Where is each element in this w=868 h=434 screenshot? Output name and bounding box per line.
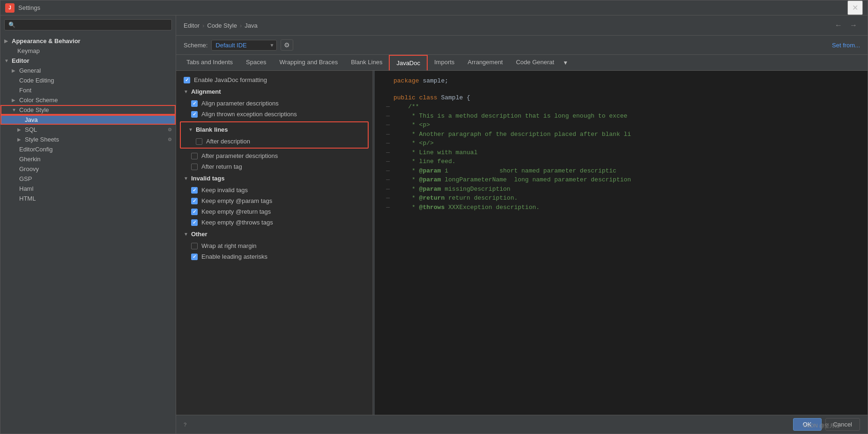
arrow-icon: ▶	[4, 38, 10, 44]
sidebar-item-gherkin[interactable]: Gherkin	[0, 154, 176, 164]
ss-badge: ⚙	[168, 137, 172, 142]
leading-asterisks-item[interactable]: Enable leading asterisks	[176, 251, 372, 262]
enable-javadoc-item[interactable]: Enable JavaDoc formatting	[176, 75, 372, 85]
code-text: * @throws XXXException description.	[393, 203, 540, 212]
keep-empty-throws-checkbox[interactable]	[191, 219, 198, 226]
sidebar-item-font[interactable]: Font	[0, 85, 176, 95]
after-description-checkbox[interactable]	[196, 138, 202, 145]
tab-javadoc[interactable]: JavaDoc	[389, 55, 428, 71]
blank-lines-section-name: Blank lines	[196, 126, 228, 133]
wrap-margin-checkbox[interactable]	[191, 243, 198, 249]
bottom-bar: ? OK Cancel	[176, 415, 868, 434]
sidebar-item-groovy[interactable]: Groovy	[0, 164, 176, 174]
keep-invalid-item[interactable]: Keep invalid tags	[176, 185, 372, 195]
wrap-margin-item[interactable]: Wrap at right margin	[176, 240, 372, 251]
align-param-item[interactable]: Align parameter descriptions	[176, 98, 372, 109]
sidebar-item-general[interactable]: ▶ General	[0, 66, 176, 75]
sidebar-item-code-style[interactable]: ▼ Code Style	[0, 105, 176, 115]
sidebar-item-java[interactable]: Java	[0, 115, 176, 125]
code-text: * Line with manual	[393, 148, 477, 157]
after-return-item[interactable]: After return tag	[176, 161, 372, 172]
after-param-checkbox[interactable]	[191, 153, 198, 159]
leading-asterisks-checkbox[interactable]	[191, 254, 198, 260]
tab-code-generation[interactable]: Code Generat	[509, 55, 561, 70]
tab-tabs-indents[interactable]: Tabs and Indents	[180, 55, 239, 70]
sidebar-item-color-scheme[interactable]: ▶ Color Scheme	[0, 95, 176, 105]
sidebar-item-code-editing[interactable]: Code Editing	[0, 75, 176, 85]
keep-invalid-checkbox[interactable]	[191, 187, 198, 194]
code-text: public class Sample {	[393, 93, 470, 103]
keep-invalid-label: Keep invalid tags	[201, 187, 248, 194]
after-param-label: After parameter descriptions	[201, 152, 278, 159]
close-button[interactable]: ✕	[847, 0, 863, 15]
alignment-arrow-icon: ▼	[184, 89, 188, 94]
back-button[interactable]: ←	[832, 20, 845, 30]
tab-spaces[interactable]: Spaces	[239, 55, 273, 70]
scheme-label: Scheme:	[184, 42, 208, 49]
alignment-section-name: Alignment	[191, 88, 221, 95]
alignment-section-title[interactable]: ▼ Alignment	[176, 85, 372, 98]
sidebar-item-label: Java	[25, 116, 37, 123]
line-number: —	[380, 102, 390, 112]
sidebar-item-stylesheets[interactable]: ▶ Style Sheets ⚙	[0, 135, 176, 144]
tab-arrangement[interactable]: Arrangement	[461, 55, 509, 70]
content-area: Enable JavaDoc formatting ▼ Alignment Al…	[176, 71, 868, 415]
sidebar-item-keymap[interactable]: Keymap	[0, 46, 176, 56]
arrow-icon: ▼	[4, 58, 10, 63]
search-input[interactable]	[18, 22, 168, 28]
set-from-link[interactable]: Set from...	[832, 42, 860, 49]
keep-empty-throws-item[interactable]: Keep empty @throws tags	[176, 217, 372, 228]
sidebar-item-editorconfig[interactable]: EditorConfig	[0, 144, 176, 154]
tab-blank-lines[interactable]: Blank Lines	[344, 55, 389, 70]
sidebar-item-appearance[interactable]: ▶ Appearance & Behavior	[0, 36, 176, 46]
code-text: * line feed.	[393, 157, 456, 166]
align-thrown-item[interactable]: Align thrown exception descriptions	[176, 109, 372, 120]
sidebar-item-label: Gherkin	[19, 156, 41, 163]
right-panel: Editor › Code Style › Java ← → Scheme: D…	[176, 15, 868, 434]
breadcrumb: Editor › Code Style › Java ← →	[176, 15, 868, 36]
scheme-gear-button[interactable]: ⚙	[281, 39, 293, 51]
search-box[interactable]: 🔍	[4, 19, 172, 30]
breadcrumb-sep1: ›	[202, 22, 204, 29]
sidebar-item-label: Appearance & Behavior	[12, 37, 81, 45]
breadcrumb-code-style: Code Style	[207, 22, 237, 29]
code-line: — * <p/>	[380, 139, 862, 148]
other-section-title[interactable]: ▼ Other	[176, 228, 372, 240]
tab-imports[interactable]: Imports	[428, 55, 461, 70]
keep-empty-param-item[interactable]: Keep empty @param tags	[176, 195, 372, 206]
enable-javadoc-label: Enable JavaDoc formatting	[194, 76, 267, 83]
scheme-select[interactable]: Default IDE	[211, 40, 277, 51]
line-number: —	[380, 185, 390, 194]
sidebar-item-label: GSP	[19, 175, 32, 182]
tabs-more-button[interactable]: ▼	[561, 56, 570, 70]
sidebar-item-gsp[interactable]: GSP	[0, 174, 176, 184]
code-text: * @param missingDescription	[393, 185, 511, 194]
keep-empty-return-item[interactable]: Keep empty @return tags	[176, 206, 372, 217]
app-icon: J	[5, 3, 15, 13]
align-param-checkbox[interactable]	[191, 100, 198, 107]
sidebar-item-haml[interactable]: Haml	[0, 184, 176, 194]
line-number: —	[380, 194, 390, 203]
keep-empty-return-checkbox[interactable]	[191, 209, 198, 215]
after-param-item[interactable]: After parameter descriptions	[176, 150, 372, 161]
scheme-select-wrapper[interactable]: Default IDE	[211, 40, 277, 51]
sidebar-item-html[interactable]: HTML	[0, 194, 176, 203]
align-thrown-checkbox[interactable]	[191, 111, 198, 118]
tab-wrapping[interactable]: Wrapping and Braces	[273, 55, 344, 70]
after-return-checkbox[interactable]	[191, 164, 198, 170]
code-preview: package sample; public class Sample { — …	[375, 71, 868, 415]
keep-empty-param-checkbox[interactable]	[191, 198, 198, 204]
settings-window: J Settings ✕ 🔍 ▶ Appearance & Behavior K…	[0, 0, 868, 434]
sidebar-item-editor[interactable]: ▼ Editor	[0, 56, 176, 66]
line-number: —	[380, 130, 390, 139]
sidebar-item-label: Code Editing	[19, 77, 54, 84]
align-param-label: Align parameter descriptions	[201, 100, 279, 107]
sidebar-item-sql[interactable]: ▶ SQL ⚙	[0, 125, 176, 135]
forward-button[interactable]: →	[847, 20, 860, 30]
help-icon[interactable]: ?	[184, 422, 186, 427]
enable-javadoc-checkbox[interactable]	[184, 77, 190, 83]
invalid-tags-section-title[interactable]: ▼ Invalid tags	[176, 172, 372, 185]
after-description-item[interactable]: After description	[181, 136, 368, 147]
after-description-label: After description	[206, 138, 250, 145]
blank-lines-section-title[interactable]: ▼ Blank lines	[181, 123, 368, 136]
